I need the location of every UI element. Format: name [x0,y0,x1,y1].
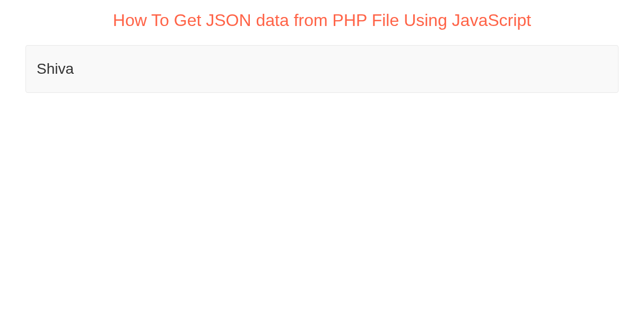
output-value: Shiva [37,60,74,77]
page-title: How To Get JSON data from PHP File Using… [25,11,619,30]
output-box: Shiva [25,45,619,93]
page-container: How To Get JSON data from PHP File Using… [0,0,644,99]
